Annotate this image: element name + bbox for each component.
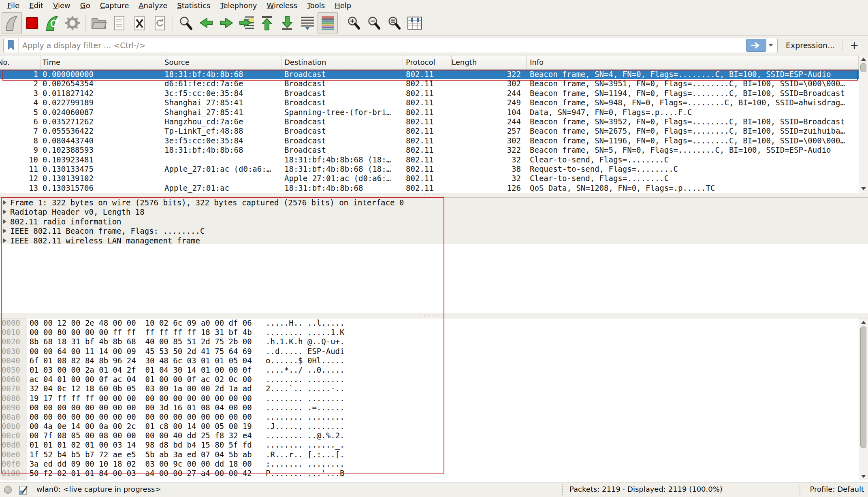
hex-row[interactable]: 00d0 01 01 01 02 01 00 03 14 98 d8 bd b4… [0, 440, 859, 450]
filter-bookmark-button[interactable] [4, 38, 19, 53]
menu-go[interactable]: Go [75, 1, 95, 10]
go-to-packet-icon[interactable] [237, 12, 257, 34]
menu-capture[interactable]: Capture [95, 1, 134, 10]
menu-wireless[interactable]: Wireless [262, 1, 302, 10]
hex-row[interactable]: 0050 01 03 00 00 2a 01 04 2f 01 04 30 14… [0, 365, 859, 375]
hex-row[interactable]: 0070 32 04 0c 12 18 60 0b 05 03 00 1a 00… [0, 384, 859, 393]
profile-status[interactable]: Profile: Default [810, 485, 864, 493]
column-header-no[interactable]: No. [0, 55, 41, 69]
go-last-icon[interactable] [277, 12, 297, 34]
hex-row[interactable]: 0020 8b 68 18 31 bf 4b 8b 68 40 00 85 51… [0, 337, 859, 346]
apply-filter-button[interactable] [746, 39, 766, 52]
go-back-icon[interactable] [196, 12, 216, 34]
menu-view[interactable]: View [48, 1, 75, 10]
cell-time: 0.000000000 [41, 70, 162, 79]
packet-row[interactable]: 40.022799189Shanghai_27:85:41Broadcast80… [0, 98, 859, 107]
expander-triangle-icon[interactable] [3, 200, 6, 205]
column-header-info[interactable]: Info [527, 55, 859, 69]
hex-row[interactable]: 00e0 1f 52 b4 b5 b7 72 ae e5 5b ab 3a ed… [0, 450, 859, 459]
packet-list-scrollbar[interactable] [859, 55, 868, 193]
hex-row[interactable]: 0100 50 f2 02 01 01 84 00 03 a4 00 00 27… [0, 469, 859, 478]
hex-row[interactable]: 0000 00 00 12 00 2e 48 00 00 10 02 6c 09… [0, 318, 859, 328]
detail-tree-row[interactable]: Radiotap Header v0, Length 18 [0, 207, 868, 217]
close-file-icon[interactable] [129, 12, 149, 34]
expander-triangle-icon[interactable] [3, 238, 6, 243]
packet-row[interactable]: 90.10238859318:31:bf:4b:8b:68Broadcast80… [0, 145, 859, 155]
go-first-icon[interactable] [257, 12, 277, 34]
capture-file-properties-icon[interactable] [19, 485, 29, 497]
packet-row[interactable]: 30.0118271423c:f5:cc:0e:35:84Broadcast80… [0, 89, 859, 98]
zoom-out-icon[interactable] [364, 12, 384, 34]
hex-scrollbar[interactable] [859, 318, 868, 480]
expander-triangle-icon[interactable] [3, 219, 6, 224]
hex-splitter-handle[interactable] [0, 313, 868, 318]
packet-row[interactable]: 100.10392348118:31:bf:4b:8b:68 (18:…802.… [0, 155, 859, 164]
packet-row[interactable]: 80.0804437403e:f5:cc:0e:35:84Broadcast80… [0, 136, 859, 145]
cell-length: 322 [452, 145, 527, 155]
menu-tools[interactable]: Tools [302, 1, 330, 10]
stop-capture-icon[interactable] [22, 12, 42, 34]
hex-scroll-thumb[interactable] [860, 326, 866, 448]
menu-telephony[interactable]: Telephony [215, 1, 262, 10]
hex-row[interactable]: 0080 19 17 ff ff ff 00 00 00 00 00 00 00… [0, 394, 859, 403]
save-file-icon[interactable] [109, 12, 129, 34]
expander-triangle-icon[interactable] [3, 228, 6, 233]
packet-row[interactable]: 60.035271262Hangzhou_cd:7a:6eBroadcast80… [0, 117, 859, 126]
menu-file[interactable]: File [2, 1, 24, 10]
scroll-down-arrow-icon[interactable] [861, 475, 866, 478]
cell-no: 4 [0, 98, 41, 107]
cell-source: 3e:f5:cc:0e:35:84 [162, 136, 282, 145]
detail-tree-row[interactable]: 802.11 radio information [0, 217, 868, 226]
packet-row[interactable]: 70.055536422Tp-LinkT_ef:48:88Broadcast80… [0, 126, 859, 136]
hex-row[interactable]: 00c0 00 7f 08 05 00 08 00 00 00 00 40 dd… [0, 431, 859, 440]
zoom-in-icon[interactable] [344, 12, 364, 34]
find-packet-icon[interactable] [176, 12, 196, 34]
hex-ascii: ........ ........ [266, 375, 344, 384]
start-capture-icon[interactable] [2, 12, 22, 34]
capture-options-icon[interactable] [62, 12, 83, 34]
packet-list-scroll-thumb[interactable] [860, 63, 866, 72]
menu-statistics[interactable]: Statistics [172, 1, 215, 10]
expander-triangle-icon[interactable] [3, 209, 6, 214]
menu-edit[interactable]: Edit [24, 1, 48, 10]
packet-row[interactable]: 120.130139102Apple_27:01:ac (d0:a6:…802.… [0, 174, 859, 183]
display-filter-input[interactable]: Apply a display filter ... <Ctrl-/> [3, 38, 778, 53]
resize-columns-icon[interactable] [405, 12, 425, 34]
menu-analyze[interactable]: Analyze [134, 1, 172, 10]
packet-row[interactable]: 50.024060087Shanghai_27:85:41Spanning-tr… [0, 108, 859, 117]
scroll-up-arrow-icon[interactable] [861, 321, 866, 324]
hex-row[interactable]: 0040 6f 01 08 82 84 8b 96 24 30 48 6c 03… [0, 356, 859, 365]
hex-row[interactable]: 0090 00 00 00 00 00 00 00 00 00 3d 16 01… [0, 403, 859, 412]
hex-row[interactable]: 0060 ac 04 01 00 00 0f ac 04 01 00 00 0f… [0, 375, 859, 384]
scroll-down-arrow-icon[interactable] [861, 187, 866, 190]
scroll-up-arrow-icon[interactable] [861, 58, 866, 61]
column-header-time[interactable]: Time [41, 55, 162, 69]
add-filter-button[interactable]: + [850, 40, 859, 51]
open-file-icon[interactable] [89, 12, 109, 34]
hex-row[interactable]: 0030 00 00 64 00 11 14 00 09 45 53 50 2d… [0, 347, 859, 356]
column-header-length[interactable]: Length [452, 55, 527, 69]
filter-dropdown-caret[interactable] [768, 44, 773, 47]
packet-row[interactable]: 10.00000000018:31:bf:4b:8b:68Broadcast80… [0, 70, 859, 79]
go-forward-icon[interactable] [216, 12, 237, 34]
auto-scroll-icon[interactable] [297, 12, 318, 34]
hex-row[interactable]: 0010 00 00 80 00 00 00 ff ff ff ff ff ff… [0, 328, 859, 337]
column-header-source[interactable]: Source [162, 55, 282, 69]
hex-row[interactable]: 00a0 00 00 00 00 00 00 00 00 00 00 00 00… [0, 412, 859, 422]
colorize-icon[interactable] [318, 12, 338, 34]
details-splitter-handle[interactable] [0, 193, 868, 198]
hex-row[interactable]: 00f0 3a ed dd 09 00 10 18 02 03 00 9c 00… [0, 459, 859, 469]
zoom-reset-icon[interactable] [384, 12, 405, 34]
packet-row[interactable]: 20.002654354d6:61:fe:cd:7a:6eBroadcast80… [0, 79, 859, 88]
restart-capture-icon[interactable] [42, 12, 62, 34]
hex-row[interactable]: 00b0 00 4a 0e 14 00 0a 00 2c 01 c8 00 14… [0, 422, 859, 431]
expression-button[interactable]: Expression... [786, 41, 835, 50]
reload-file-icon[interactable] [149, 12, 170, 34]
column-header-destination[interactable]: Destination [282, 55, 403, 69]
menu-help[interactable]: Help [330, 1, 356, 10]
detail-tree-row[interactable]: Frame 1: 322 bytes on wire (2576 bits), … [0, 198, 868, 207]
detail-tree-row[interactable]: IEEE 802.11 wireless LAN management fram… [0, 236, 868, 245]
detail-tree-row[interactable]: IEEE 802.11 Beacon frame, Flags: .......… [0, 226, 868, 236]
packet-row[interactable]: 110.130133475Apple_27:01:ac (d0:a6:…18:3… [0, 164, 859, 174]
column-header-protocol[interactable]: Protocol [403, 55, 452, 69]
